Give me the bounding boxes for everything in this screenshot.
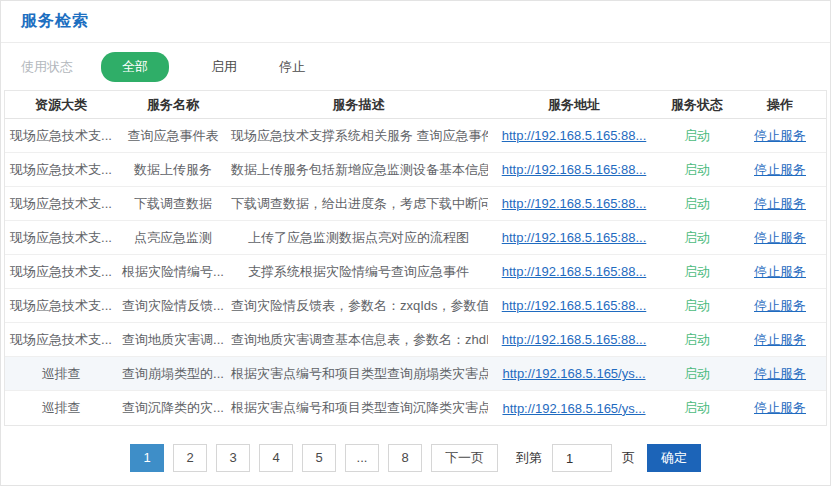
cell-description: 根据灾害点编号和项目类型查询崩塌类灾害点的详细... — [229, 365, 488, 383]
goto-page-input[interactable] — [552, 444, 612, 472]
service-url-link[interactable]: http://192.168.5.165:88... — [502, 128, 647, 143]
table-row: 现场应急技术支... 查询应急事件表 现场应急技术支撑系统相关服务 查询应急事件… — [5, 119, 826, 153]
stop-service-link[interactable]: 停止服务 — [754, 230, 806, 245]
page-button-2[interactable]: 2 — [173, 444, 207, 472]
col-header-name: 服务名称 — [117, 96, 229, 114]
cell-description: 现场应急技术支撑系统相关服务 查询应急事件表 — [229, 127, 488, 145]
table-row: 巡排查 查询沉降类的灾... 根据灾害点编号和项目类型查询沉降类灾害点的详细..… — [5, 391, 826, 425]
stop-service-link[interactable]: 停止服务 — [754, 264, 806, 279]
cell-category: 巡排查 — [5, 399, 117, 417]
page-button-ellipsis[interactable]: ... — [345, 444, 379, 472]
cell-category: 现场应急技术支... — [5, 161, 117, 179]
page-button-4[interactable]: 4 — [259, 444, 293, 472]
status-badge: 启动 — [684, 298, 710, 313]
col-header-status: 服务状态 — [660, 96, 734, 114]
service-url-link[interactable]: http://192.168.5.165:88... — [502, 298, 647, 313]
service-url-link[interactable]: http://192.168.5.165:88... — [502, 196, 647, 211]
service-url-link[interactable]: http://192.168.5.165:88... — [502, 264, 647, 279]
cell-description: 数据上传服务包括新增应急监测设备基本信息表（YJB... — [229, 161, 488, 179]
service-url-link[interactable]: http://192.168.5.165:88... — [502, 162, 647, 177]
col-header-operation: 操作 — [734, 96, 826, 114]
services-table: 资源大类 服务名称 服务描述 服务地址 服务状态 操作 现场应急技术支... 查… — [4, 90, 827, 426]
col-header-description: 服务描述 — [229, 96, 488, 114]
stop-service-link[interactable]: 停止服务 — [754, 128, 806, 143]
stop-service-link[interactable]: 停止服务 — [754, 332, 806, 347]
status-badge: 启动 — [684, 264, 710, 279]
stop-service-link[interactable]: 停止服务 — [754, 162, 806, 177]
goto-page-prefix: 到第 — [516, 449, 542, 467]
filter-tab-stopped[interactable]: 停止 — [279, 58, 305, 76]
service-url-link[interactable]: http://192.168.5.165/ys... — [502, 401, 645, 416]
page-button-1[interactable]: 1 — [130, 444, 164, 472]
table-row: 现场应急技术支... 点亮应急监测 上传了应急监测数据点亮对应的流程图 http… — [5, 221, 826, 255]
table-header-row: 资源大类 服务名称 服务描述 服务地址 服务状态 操作 — [5, 91, 826, 119]
status-badge: 启动 — [684, 162, 710, 177]
filter-label: 使用状态 — [21, 58, 73, 76]
col-header-url: 服务地址 — [488, 96, 660, 114]
status-badge: 启动 — [684, 400, 710, 415]
cell-service-name: 查询沉降类的灾... — [117, 399, 229, 417]
cell-category: 现场应急技术支... — [5, 229, 117, 247]
col-header-category: 资源大类 — [5, 96, 117, 114]
table-row: 现场应急技术支... 根据灾险情编号... 支撑系统根据灾险情编号查询应急事件 … — [5, 255, 826, 289]
cell-service-name: 查询灾险情反馈... — [117, 297, 229, 315]
cell-service-name: 查询崩塌类型的... — [117, 365, 229, 383]
filter-tab-all[interactable]: 全部 — [101, 52, 169, 82]
table-row: 现场应急技术支... 查询地质灾害调... 查询地质灾害调查基本信息表，参数名：… — [5, 323, 826, 357]
cell-category: 巡排查 — [5, 365, 117, 383]
cell-category: 现场应急技术支... — [5, 127, 117, 145]
cell-category: 现场应急技术支... — [5, 297, 117, 315]
stop-service-link[interactable]: 停止服务 — [754, 196, 806, 211]
cell-category: 现场应急技术支... — [5, 263, 117, 281]
status-filter: 使用状态 全部 启用 停止 — [1, 43, 830, 90]
cell-description: 查询地质灾害调查基本信息表，参数名：zhdIds，参... — [229, 331, 488, 349]
status-badge: 启动 — [684, 230, 710, 245]
service-url-link[interactable]: http://192.168.5.165:88... — [502, 332, 647, 347]
service-url-link[interactable]: http://192.168.5.165:88... — [502, 230, 647, 245]
service-search-panel: 服务检索 使用状态 全部 启用 停止 资源大类 服务名称 服务描述 服务地址 服… — [0, 0, 831, 486]
cell-service-name: 根据灾险情编号... — [117, 263, 229, 281]
cell-description: 支撑系统根据灾险情编号查询应急事件 — [229, 263, 488, 281]
status-badge: 启动 — [684, 366, 710, 381]
service-url-link[interactable]: http://192.168.5.165/ys... — [502, 366, 645, 381]
table-row: 现场应急技术支... 数据上传服务 数据上传服务包括新增应急监测设备基本信息表（… — [5, 153, 826, 187]
cell-service-name: 查询应急事件表 — [117, 127, 229, 145]
page-button-3[interactable]: 3 — [216, 444, 250, 472]
filter-tab-enabled[interactable]: 启用 — [211, 58, 237, 76]
status-badge: 启动 — [684, 128, 710, 143]
next-page-button[interactable]: 下一页 — [431, 444, 498, 472]
cell-service-name: 查询地质灾害调... — [117, 331, 229, 349]
cell-service-name: 数据上传服务 — [117, 161, 229, 179]
stop-service-link[interactable]: 停止服务 — [754, 298, 806, 313]
page-button-8[interactable]: 8 — [388, 444, 422, 472]
cell-description: 查询灾险情反馈表，参数名：zxqIds，参数值：一连... — [229, 297, 488, 315]
cell-service-name: 下载调查数据 — [117, 195, 229, 213]
cell-description: 上传了应急监测数据点亮对应的流程图 — [229, 229, 488, 247]
pagination: 1 2 3 4 5 ... 8 下一页 到第 页 确定 — [1, 444, 830, 472]
confirm-button[interactable]: 确定 — [647, 444, 701, 472]
cell-description: 根据灾害点编号和项目类型查询沉降类灾害点的详细... — [229, 399, 488, 417]
cell-category: 现场应急技术支... — [5, 195, 117, 213]
goto-page-suffix: 页 — [622, 449, 635, 467]
page-button-5[interactable]: 5 — [302, 444, 336, 472]
page-title: 服务检索 — [21, 11, 89, 32]
table-row: 现场应急技术支... 下载调查数据 下载调查数据，给出进度条，考虑下载中断问题；… — [5, 187, 826, 221]
table-row: 现场应急技术支... 查询灾险情反馈... 查询灾险情反馈表，参数名：zxqId… — [5, 289, 826, 323]
table-row: 巡排查 查询崩塌类型的... 根据灾害点编号和项目类型查询崩塌类灾害点的详细..… — [5, 357, 826, 391]
stop-service-link[interactable]: 停止服务 — [754, 366, 806, 381]
status-badge: 启动 — [684, 196, 710, 211]
status-badge: 启动 — [684, 332, 710, 347]
cell-category: 现场应急技术支... — [5, 331, 117, 349]
cell-service-name: 点亮应急监测 — [117, 229, 229, 247]
title-bar: 服务检索 — [1, 1, 830, 43]
cell-description: 下载调查数据，给出进度条，考虑下载中断问题；删... — [229, 195, 488, 213]
stop-service-link[interactable]: 停止服务 — [754, 400, 806, 415]
